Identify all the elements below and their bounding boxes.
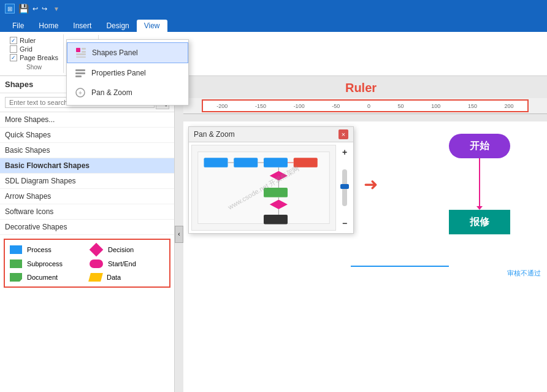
data-label: Data — [107, 274, 121, 281]
shapes-item-quick[interactable]: Quick Shapes — [0, 128, 174, 143]
pagebreaks-checkbox[interactable] — [10, 54, 17, 61]
svg-rect-6 — [82, 48, 86, 50]
collapse-panel-button[interactable]: ‹ — [175, 226, 183, 243]
properties-panel-icon — [74, 67, 86, 79]
ruler-tick-150: 150 — [468, 103, 477, 109]
process-label: Process — [27, 246, 52, 253]
shapes-list: More Shapes... Quick Shapes Basic Shapes… — [0, 112, 174, 235]
redo-icon[interactable]: ↪ — [42, 5, 47, 13]
ruler-tick-neg100: -100 — [294, 103, 305, 109]
legend-data: Data — [90, 273, 164, 282]
zoom-slider[interactable] — [342, 169, 347, 206]
shapes-item-more[interactable]: More Shapes... — [0, 112, 174, 128]
dropdown-shapes-panel-label: Shapes Panel — [92, 48, 138, 57]
svg-rect-7 — [82, 51, 86, 53]
shape-kaishi[interactable]: 开始 — [449, 134, 510, 158]
show-group: Ruler Grid Page Breaks Show — [5, 34, 64, 73]
subprocess-label: Subprocess — [27, 260, 63, 267]
pagebreaks-label: Page Breaks — [20, 54, 58, 61]
tab-design[interactable]: Design — [99, 20, 136, 32]
shapes-item-basic[interactable]: Basic Shapes — [0, 143, 174, 158]
legend-document: Document — [10, 273, 85, 282]
grid-label: Grid — [20, 45, 33, 53]
zoom-thumb — [340, 184, 349, 189]
canvas-area[interactable]: Ruler -200 -150 -100 -50 0 50 100 150 20… — [175, 76, 547, 392]
pan-zoom-close-button[interactable]: × — [339, 129, 348, 139]
svg-rect-23 — [264, 215, 288, 225]
pan-zoom-body: www.csode.net 开发框架网 + − — [189, 142, 353, 233]
dropdown-properties-panel-label: Properties Panel — [91, 69, 146, 77]
dropdown-pan-zoom-label: Pan & Zoom — [91, 88, 132, 97]
ruler-label: Ruler — [20, 37, 36, 44]
tab-view[interactable]: View — [137, 20, 167, 32]
tab-file[interactable]: File — [5, 20, 31, 32]
tab-insert[interactable]: Insert — [66, 20, 99, 32]
svg-rect-12 — [75, 75, 82, 77]
undo-icon[interactable]: ↩ — [33, 5, 38, 13]
main-area: Shapes 🔍 More Shapes... Quick Shapes Bas… — [0, 76, 547, 392]
ruler-checkbox[interactable] — [10, 37, 17, 44]
decision-icon — [90, 243, 104, 257]
save-icon[interactable]: 💾 — [18, 4, 29, 13]
subprocess-icon — [10, 259, 22, 268]
ribbon-tabs: File Home Insert Design View — [0, 17, 547, 32]
svg-rect-8 — [76, 53, 86, 55]
shapes-panel-icon — [75, 47, 87, 59]
startend-label: Start/End — [108, 260, 136, 267]
svg-text:+: + — [78, 90, 82, 96]
legend-process: Process — [10, 245, 85, 255]
tab-home[interactable]: Home — [31, 20, 66, 32]
shape-baoxiu[interactable]: 报修 — [449, 210, 510, 234]
ruler-title: Ruler — [345, 81, 377, 95]
zoom-out-button[interactable]: − — [342, 218, 347, 228]
pan-zoom-title: Pan & Zoom — [194, 130, 235, 139]
legend-startend: Start/End — [90, 259, 164, 268]
shapes-item-sdl[interactable]: SDL Diagram Shapes — [0, 174, 174, 189]
pan-zoom-header: Pan & Zoom × — [189, 127, 353, 142]
legend-subprocess: Subprocess — [10, 259, 85, 268]
pagebreaks-check-item[interactable]: Page Breaks — [10, 54, 58, 61]
svg-rect-11 — [75, 72, 85, 74]
shapes-item-decorative[interactable]: Decorative Shapes — [0, 220, 174, 235]
zoom-in-button[interactable]: + — [342, 147, 347, 157]
title-bar-icons: ⊞ 💾 ↩ ↪ ▼ — [5, 4, 59, 13]
svg-rect-5 — [76, 48, 80, 52]
grid-check-item[interactable]: Grid — [10, 45, 58, 53]
ruler-tick-neg150: -150 — [255, 103, 266, 109]
decision-label: Decision — [108, 246, 134, 253]
shapes-item-software[interactable]: Software Icons — [0, 204, 174, 220]
legend-decision: Decision — [90, 245, 164, 255]
pan-zoom-preview: www.csode.net 开发框架网 — [191, 145, 336, 231]
connector-shenhe — [351, 266, 449, 267]
ruler-tick-100: 100 — [431, 103, 440, 109]
ruler-check-item[interactable]: Ruler — [10, 37, 58, 44]
ruler-tick-200: 200 — [505, 103, 514, 109]
horizontal-ruler: -200 -150 -100 -50 0 50 100 150 200 — [183, 98, 547, 114]
svg-rect-18 — [264, 158, 288, 167]
arrow-to-pan-zoom: ➜ — [364, 174, 378, 194]
svg-rect-10 — [75, 69, 85, 71]
dropdown-item-shapes-panel[interactable]: Shapes Panel — [67, 42, 188, 63]
ruler-tick-0: 0 — [367, 103, 370, 109]
document-icon — [10, 273, 22, 282]
ruler-tick-container: -200 -150 -100 -50 0 50 100 150 200 — [202, 99, 529, 112]
dropdown-item-pan-zoom[interactable]: + Pan & Zoom — [67, 83, 188, 102]
document-label: Document — [27, 274, 58, 281]
pan-zoom-icon: + — [74, 86, 86, 99]
shapes-legend: Process Decision Subprocess Start/End Do… — [4, 239, 170, 288]
data-icon — [88, 273, 103, 282]
shapes-item-flowchart[interactable]: Basic Flowchart Shapes — [0, 158, 174, 174]
pan-zoom-window[interactable]: Pan & Zoom × — [188, 126, 354, 234]
svg-rect-9 — [76, 56, 86, 58]
title-bar: ⊞ 💾 ↩ ↪ ▼ — [0, 0, 547, 17]
quick-access-separator: ▼ — [53, 6, 59, 12]
label-shenhe-butonguo: 审核不通过 — [507, 269, 541, 278]
process-icon — [10, 245, 22, 254]
shapes-item-arrow[interactable]: Arrow Shapes — [0, 189, 174, 204]
ruler-tick-50: 50 — [398, 103, 404, 109]
grid-checkbox[interactable] — [10, 45, 17, 53]
dropdown-item-properties-panel[interactable]: Properties Panel — [67, 63, 188, 83]
app-icon: ⊞ — [5, 4, 15, 13]
svg-rect-17 — [234, 158, 258, 167]
panes-dropdown-menu: Shapes Panel Properties Panel + Pan & Zo… — [66, 39, 189, 106]
